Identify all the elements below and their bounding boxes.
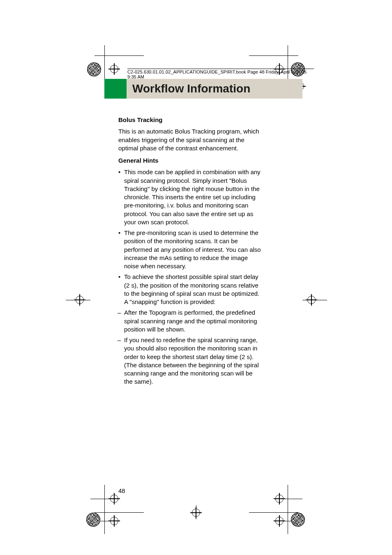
hints-list: This mode can be applied in combination …: [118, 168, 262, 386]
crop-line: [302, 300, 327, 300]
crop-line: [249, 512, 298, 513]
crop-line: [66, 300, 90, 300]
list-item: The pre-monitoring scan is used to deter…: [118, 229, 262, 270]
page-title: Workflow Information: [132, 82, 250, 95]
intro-paragraph: This is an automatic Bolus Tracking prog…: [118, 127, 262, 152]
section-tab-icon: [104, 79, 127, 99]
radial-disc-icon: [87, 62, 101, 76]
list-item: After the Topogram is performed, the pre…: [118, 309, 262, 334]
crop-line: [288, 485, 288, 534]
crop-line: [249, 55, 298, 56]
radial-disc-icon: [291, 513, 305, 527]
crop-line: [104, 485, 105, 534]
title-stripe: Workflow Information: [127, 79, 302, 99]
running-header: C2-025.630.01.01.02_APPLICATIONGUIDE_SPI…: [127, 69, 314, 79]
list-item: To achieve the shortest possible spiral …: [118, 273, 262, 306]
document-page: C2-025.630.01.01.02_APPLICATIONGUIDE_SPI…: [0, 0, 392, 555]
page-number: 48: [118, 487, 125, 494]
crop-line: [95, 55, 144, 56]
section-heading: Bolus Tracking: [118, 116, 262, 124]
list-item: This mode can be applied in combination …: [118, 168, 262, 226]
list-item: If you need to redefine the spiral scann…: [118, 336, 262, 386]
crop-line: [90, 499, 115, 499]
registration-mark-icon: [108, 63, 120, 75]
crop-line: [104, 45, 105, 82]
crop-line: [278, 499, 302, 499]
hints-heading: General Hints: [118, 157, 262, 165]
title-bar: Workflow Information: [104, 79, 302, 99]
radial-disc-icon: [86, 513, 100, 527]
registration-mark-icon: [190, 507, 202, 518]
crop-line: [95, 512, 144, 513]
body-content: Bolus Tracking This is an automatic Bolu…: [118, 114, 262, 389]
